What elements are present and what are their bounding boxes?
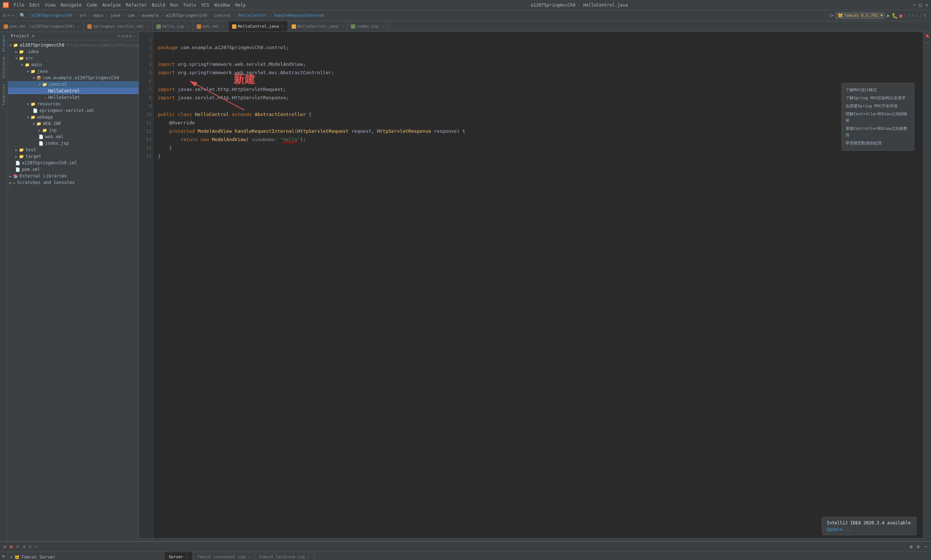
tree-label-package[interactable]: com.example.a1207SpringmvcCh9 (43, 75, 119, 80)
tab-label-helloservlet[interactable]: HelloServlet.java (297, 24, 339, 29)
tab-label-hello[interactable]: hello.jsp (162, 24, 184, 29)
tree-label-root[interactable]: a1207SpringmvcCh9 (20, 43, 65, 48)
tab-label-pom[interactable]: pom.xml (a1207SpringmvcCh9) (9, 24, 75, 29)
tree-item-root[interactable]: ▼ 📁 a1207SpringmvcCh9 D:\JavaEnterpriseW… (8, 42, 138, 48)
tree-item-java[interactable]: ▼ 📁 java (8, 68, 138, 75)
services-config-icon[interactable]: ≡ (916, 543, 921, 550)
svc-toolbar-run[interactable]: ▶ (3, 554, 5, 558)
tree-item-helloservlet[interactable]: ☕ HelloServlet (8, 94, 138, 101)
hint-item-1[interactable]: 了解MVC设计模式 (846, 86, 910, 94)
tree-item-jsp-folder[interactable]: ▶ 📁 jsp (8, 127, 138, 134)
tree-label-resources[interactable]: resources (37, 102, 61, 106)
sidebar-close-icon[interactable]: ─ (133, 34, 135, 38)
tree-label-web-xml[interactable]: web.xml (45, 134, 64, 139)
menu-edit[interactable]: Edit (29, 3, 40, 8)
run-button[interactable]: ▶ (886, 12, 890, 19)
debug-button[interactable]: 🐛 (892, 13, 898, 18)
tree-label-target[interactable]: target (25, 154, 41, 159)
tab-helloservlet[interactable]: HelloServlet.java ✕ (288, 21, 348, 32)
tree-item-iml[interactable]: 📄 a1207SpringmvcCh9.iml (8, 160, 138, 166)
tab-hellocontrol[interactable]: HelloControl.java ✕ (228, 21, 288, 32)
tree-label-idea[interactable]: .idea (25, 49, 38, 54)
hint-item-5[interactable]: 掌握Controller和View之间参数传 (846, 125, 910, 139)
toolbar-icon-1[interactable]: ⟳ (829, 13, 834, 18)
sidebar-collapse-icon[interactable]: ⊟ (129, 34, 132, 38)
toolbar-icon-pull[interactable]: ↓ (916, 13, 918, 18)
tree-label-pom[interactable]: pom.xml (22, 167, 40, 172)
tree-label-springmvc-servlet[interactable]: springmvc-servlet.xml (39, 108, 95, 113)
menu-vcs[interactable]: VCS (202, 3, 209, 8)
window-controls[interactable]: ─ □ ✕ (913, 3, 928, 8)
log-tab-server[interactable]: Server ✕ (165, 552, 193, 560)
hint-item-4[interactable]: 理解Controller和View之间的映射 (846, 110, 910, 125)
services-run-icon[interactable]: ▶ (3, 544, 8, 550)
toolbar-undo[interactable]: ↩ (7, 13, 10, 18)
tree-item-index-jsp[interactable]: 📄 index.jsp (8, 140, 138, 146)
editor-area[interactable]: 新建 了解MVC设计模式 了解Spring MVC的架构以及请求 会搭建Spri… (139, 32, 923, 541)
log-tab-catalina[interactable]: Tomcat Catalina Log ✕ (255, 552, 314, 560)
menu-tools[interactable]: Tools (183, 3, 196, 8)
menu-file[interactable]: File (14, 3, 25, 8)
sidebar-sync-icon[interactable]: ⊙ (118, 34, 120, 38)
services-plus-icon[interactable]: + (34, 544, 39, 550)
svc-item-tomcat-server[interactable]: ▼ 🐱 Tomcat Server (8, 554, 164, 560)
tree-item-web-xml[interactable]: 📄 web.xml (8, 134, 138, 140)
notification-update-link[interactable]: Update... (826, 527, 912, 532)
menu-run[interactable]: Run (170, 3, 178, 8)
tomcat-dropdown[interactable]: 🐱 Tomcat 8.5.781 ▼ (836, 12, 885, 19)
menu-window[interactable]: Window (214, 3, 230, 8)
tree-item-src[interactable]: ▼ 📁 src (8, 55, 138, 62)
menu-build[interactable]: Build (152, 3, 165, 8)
toolbar-search[interactable]: 🔍 (20, 13, 25, 18)
tree-label-src[interactable]: src (25, 55, 34, 61)
sidebar-expand-icon[interactable]: ⊞ (125, 34, 128, 38)
close-log-catalina[interactable]: ✕ (307, 555, 309, 559)
tree-item-package[interactable]: ▼ 📦 com.example.a1207SpringmvcCh9 (8, 75, 138, 81)
sidebar-settings-icon[interactable]: ⚙ (122, 34, 125, 38)
tab-label-web[interactable]: web.xml (203, 24, 219, 29)
services-restart-icon[interactable]: ⟳ (15, 544, 20, 550)
menu-analyze[interactable]: Analyze (102, 3, 121, 8)
tree-label-scratches[interactable]: Scratches and Consoles (17, 180, 75, 185)
tomcat-label[interactable]: Tomcat 8.5.781 ▼ (844, 13, 883, 18)
tab-hello-jsp[interactable]: hello.jsp ✕ (153, 21, 193, 32)
editor-scrollbar[interactable] (139, 538, 923, 541)
close-tab-hellocontrol[interactable]: ✕ (282, 25, 284, 28)
tree-label-test[interactable]: test (25, 147, 36, 152)
editor-content[interactable]: 1 2 3 4 5 6 7 8 9 10 11 12 13 14 15 pack… (139, 32, 923, 538)
hint-item-3[interactable]: 会搭建Spring MVC开发环境 (846, 102, 910, 110)
services-minimize-icon[interactable]: ─ (923, 543, 928, 550)
stop-button[interactable]: ■ (899, 13, 902, 18)
tab-label-hellocontrol[interactable]: HelloControl.java (238, 24, 279, 29)
tab-label-springmvc[interactable]: springmvc-servlet.xml (93, 24, 144, 29)
left-tab-favorites[interactable]: Favorites (1, 82, 7, 107)
close-tab-helloservlet[interactable]: ✕ (341, 25, 343, 28)
tree-label-hellocontrol[interactable]: HelloControl (48, 88, 80, 94)
toolbar-icon-settings[interactable]: ⚙ (923, 13, 926, 18)
minimize-button[interactable]: ─ (913, 3, 916, 8)
tree-item-scratches[interactable]: ▶ ✏ Scratches and Consoles (8, 179, 138, 186)
tree-label-webinf[interactable]: WEB-INF (43, 121, 62, 126)
right-toolbar-more[interactable]: … (926, 40, 928, 45)
tree-label-control[interactable]: control (49, 82, 67, 87)
log-tab-localhost-label[interactable]: Tomcat Localhost Log (197, 555, 245, 559)
tree-item-springmvc-servlet[interactable]: 📄 springmvc-servlet.xml (8, 107, 138, 114)
tree-label-java[interactable]: java (37, 69, 48, 74)
left-tab-structure[interactable]: Structure (1, 55, 7, 80)
log-tab-localhost[interactable]: Tomcat Localhost Log ✕ (193, 552, 255, 560)
toolbar-icon-push[interactable]: ↑ (912, 13, 914, 18)
tab-web-xml[interactable]: web.xml ✕ (193, 21, 228, 32)
services-settings-icon[interactable]: ⚙ (909, 543, 914, 550)
log-tab-catalina-label[interactable]: Tomcat Catalina Log (259, 555, 305, 559)
tab-label-index[interactable]: index.jsp (357, 24, 379, 29)
toolbar-redo[interactable]: ↪ (12, 13, 15, 18)
tree-item-hellocontrol[interactable]: ☕ HelloControl (8, 88, 138, 94)
menu-help[interactable]: Help (235, 3, 246, 8)
close-tab-pom[interactable]: ✕ (77, 25, 80, 28)
menu-view[interactable]: View (45, 3, 55, 8)
svc-label-tomcat-server[interactable]: Tomcat Server (21, 555, 55, 560)
menu-code[interactable]: Code (87, 3, 97, 8)
close-tab-web[interactable]: ✕ (222, 25, 225, 28)
tree-label-main[interactable]: main (31, 62, 42, 67)
tree-item-pom[interactable]: 📄 pom.xml (8, 166, 138, 173)
